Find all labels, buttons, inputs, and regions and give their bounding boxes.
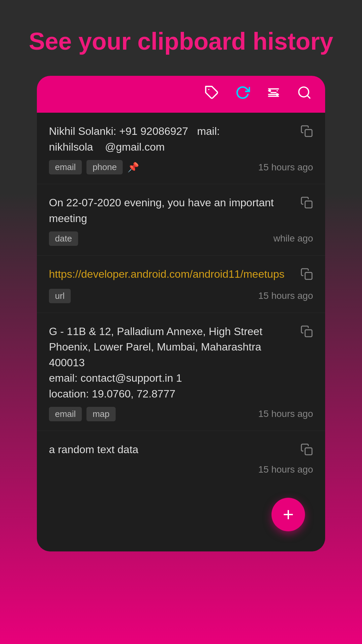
search-icon[interactable] — [297, 85, 312, 103]
clip-content: On 22-07-2020 evening, you have an impor… — [49, 195, 313, 226]
tag-phone: phone — [86, 160, 123, 174]
clipboard-list: Nikhil Solanki: +91 92086927 mail: nikhi… — [37, 113, 325, 484]
plus-icon: + — [283, 505, 294, 524]
list-item: G - 11B & 12, Palladium Annexe, High Str… — [37, 313, 325, 431]
svg-rect-15 — [305, 330, 312, 337]
svg-rect-12 — [305, 130, 312, 137]
time-label: 15 hours ago — [258, 290, 313, 301]
clip-text: Nikhil Solanki: +91 92086927 mail: nikhi… — [49, 123, 294, 155]
clip-text: On 22-07-2020 evening, you have an impor… — [49, 195, 294, 226]
clip-meta: email phone 📌 15 hours ago — [49, 160, 313, 174]
app-wrapper: Nikhil Solanki: +91 92086927 mail: nikhi… — [37, 76, 325, 551]
clip-meta: 15 hours ago — [49, 464, 313, 475]
list-item: On 22-07-2020 evening, you have an impor… — [37, 184, 325, 256]
time-label: 15 hours ago — [258, 162, 313, 173]
toolbar — [37, 76, 325, 113]
time-label: 15 hours ago — [258, 464, 313, 475]
svg-rect-14 — [305, 272, 312, 279]
copy-button[interactable] — [300, 443, 313, 459]
list-item: Nikhil Solanki: +91 92086927 mail: nikhi… — [37, 113, 325, 184]
tag-url: url — [49, 289, 71, 303]
copy-button[interactable] — [300, 196, 313, 212]
clip-content: https://developer.android.com/android11/… — [49, 266, 313, 283]
clip-content: Nikhil Solanki: +91 92086927 mail: nikhi… — [49, 123, 313, 155]
copy-button[interactable] — [300, 268, 313, 283]
refresh-icon[interactable] — [235, 85, 250, 103]
tag-map: map — [86, 407, 116, 421]
clip-content: G - 11B & 12, Palladium Annexe, High Str… — [49, 324, 313, 401]
add-button[interactable]: + — [272, 498, 305, 531]
copy-button[interactable] — [300, 325, 313, 341]
time-label: 15 hours ago — [258, 409, 313, 419]
copy-button[interactable] — [300, 125, 313, 141]
clip-meta: email map 15 hours ago — [49, 407, 313, 421]
bottom-space: + — [37, 484, 325, 551]
svg-rect-16 — [305, 448, 312, 455]
tag-date: date — [49, 231, 78, 246]
time-label: while ago — [274, 233, 313, 244]
clip-meta: url 15 hours ago — [49, 289, 313, 303]
clip-content: a random text data — [49, 442, 313, 459]
tag-icon[interactable] — [204, 85, 219, 103]
svg-line-11 — [307, 96, 310, 98]
clip-text: G - 11B & 12, Palladium Annexe, High Str… — [49, 324, 294, 401]
list-item: https://developer.android.com/android11/… — [37, 256, 325, 313]
svg-rect-13 — [305, 201, 312, 208]
list-item: a random text data 15 hours ago — [37, 431, 325, 484]
tag-email: email — [49, 160, 82, 174]
pin-icon: 📌 — [127, 162, 139, 173]
filter-icon[interactable] — [266, 85, 281, 103]
clip-text: a random text data — [49, 442, 294, 457]
clip-meta: date while ago — [49, 231, 313, 246]
clip-text: https://developer.android.com/android11/… — [49, 266, 294, 282]
page-title: See your clipboard history — [9, 0, 353, 76]
app-card: Nikhil Solanki: +91 92086927 mail: nikhi… — [37, 76, 325, 551]
tag-email: email — [49, 407, 82, 421]
